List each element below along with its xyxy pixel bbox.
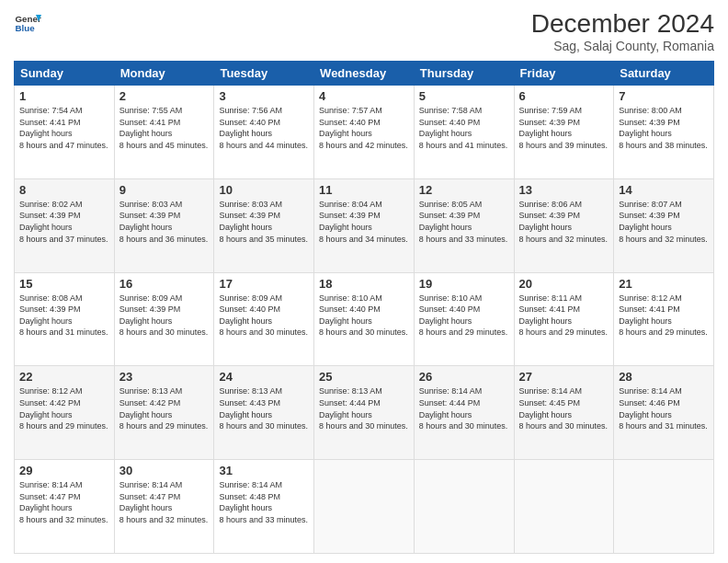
table-row: 12 Sunrise: 8:05 AMSunset: 4:39 PMDaylig… — [414, 178, 514, 272]
day-number: 18 — [319, 277, 409, 291]
day-number: 8 — [19, 183, 109, 197]
table-row: 30 Sunrise: 8:14 AMSunset: 4:47 PMDaylig… — [114, 460, 214, 554]
day-info: Sunrise: 8:13 AMSunset: 4:42 PMDaylight … — [119, 386, 209, 431]
col-tuesday: Tuesday — [214, 62, 314, 86]
table-row: 18 Sunrise: 8:10 AMSunset: 4:40 PMDaylig… — [314, 272, 415, 366]
day-number: 12 — [419, 183, 509, 197]
col-saturday: Saturday — [614, 62, 714, 86]
day-info: Sunrise: 8:14 AMSunset: 4:46 PMDaylight … — [619, 386, 708, 431]
day-number: 26 — [419, 370, 509, 384]
calendar-table: Sunday Monday Tuesday Wednesday Thursday… — [14, 61, 714, 554]
day-info: Sunrise: 8:02 AMSunset: 4:39 PMDaylight … — [19, 200, 108, 244]
table-row: 23 Sunrise: 8:13 AMSunset: 4:42 PMDaylig… — [114, 366, 214, 460]
day-info: Sunrise: 8:14 AMSunset: 4:44 PMDaylight … — [419, 386, 508, 431]
day-number: 16 — [119, 277, 210, 291]
day-number: 5 — [419, 89, 509, 103]
day-info: Sunrise: 8:06 AMSunset: 4:39 PMDaylight … — [519, 200, 609, 244]
day-info: Sunrise: 8:13 AMSunset: 4:44 PMDaylight … — [319, 386, 408, 431]
col-monday: Monday — [114, 62, 214, 86]
table-row: 26 Sunrise: 8:14 AMSunset: 4:44 PMDaylig… — [414, 366, 514, 460]
day-number: 29 — [19, 464, 109, 477]
col-thursday: Thursday — [414, 62, 514, 86]
col-sunday: Sunday — [15, 62, 115, 86]
table-row: 10 Sunrise: 8:03 AMSunset: 4:39 PMDaylig… — [214, 178, 314, 272]
day-number: 24 — [219, 370, 309, 384]
day-number: 19 — [419, 277, 509, 291]
logo-icon: General Blue — [14, 9, 41, 37]
day-info: Sunrise: 8:14 AMSunset: 4:47 PMDaylight … — [19, 480, 108, 524]
day-number: 10 — [219, 183, 309, 197]
calendar-header-row: Sunday Monday Tuesday Wednesday Thursday… — [15, 62, 714, 86]
day-info: Sunrise: 7:55 AMSunset: 4:41 PMDaylight … — [119, 106, 209, 150]
day-number: 20 — [519, 277, 609, 291]
table-row: 1 Sunrise: 7:54 AMSunset: 4:41 PMDayligh… — [15, 86, 115, 179]
day-info: Sunrise: 8:05 AMSunset: 4:39 PMDaylight … — [419, 200, 508, 244]
day-number: 15 — [19, 277, 109, 291]
day-info: Sunrise: 8:08 AMSunset: 4:39 PMDaylight … — [19, 293, 108, 338]
day-number: 2 — [119, 89, 210, 103]
col-friday: Friday — [514, 62, 614, 86]
day-info: Sunrise: 8:03 AMSunset: 4:39 PMDaylight … — [119, 200, 209, 244]
day-number: 28 — [619, 370, 709, 384]
table-row: 24 Sunrise: 8:13 AMSunset: 4:43 PMDaylig… — [214, 366, 314, 460]
day-info: Sunrise: 8:10 AMSunset: 4:40 PMDaylight … — [319, 293, 408, 338]
day-number: 7 — [619, 89, 709, 103]
table-row: 19 Sunrise: 8:10 AMSunset: 4:40 PMDaylig… — [414, 272, 514, 366]
page: General Blue December 2024 Sag, Salaj Co… — [0, 0, 728, 563]
day-info: Sunrise: 8:00 AMSunset: 4:39 PMDaylight … — [619, 106, 708, 150]
calendar-week-3: 15 Sunrise: 8:08 AMSunset: 4:39 PMDaylig… — [15, 272, 714, 366]
table-row: 22 Sunrise: 8:12 AMSunset: 4:42 PMDaylig… — [15, 366, 115, 460]
day-number: 3 — [219, 89, 309, 103]
day-number: 23 — [119, 370, 210, 384]
day-number: 11 — [319, 183, 409, 197]
table-row: 29 Sunrise: 8:14 AMSunset: 4:47 PMDaylig… — [15, 460, 115, 554]
title-block: December 2024 Sag, Salaj County, Romania — [531, 9, 714, 53]
day-info: Sunrise: 8:10 AMSunset: 4:40 PMDaylight … — [419, 293, 508, 338]
day-number: 17 — [219, 277, 309, 291]
table-row: 7 Sunrise: 8:00 AMSunset: 4:39 PMDayligh… — [614, 86, 714, 179]
logo: General Blue — [14, 9, 41, 37]
day-info: Sunrise: 8:12 AMSunset: 4:41 PMDaylight … — [619, 293, 708, 338]
table-row — [514, 460, 614, 554]
day-number: 13 — [519, 183, 609, 197]
day-number: 1 — [19, 89, 109, 103]
table-row — [414, 460, 514, 554]
day-number: 14 — [619, 183, 709, 197]
table-row: 6 Sunrise: 7:59 AMSunset: 4:39 PMDayligh… — [514, 86, 614, 179]
table-row — [314, 460, 415, 554]
day-info: Sunrise: 8:09 AMSunset: 4:40 PMDaylight … — [219, 293, 308, 338]
day-info: Sunrise: 7:58 AMSunset: 4:40 PMDaylight … — [419, 106, 508, 150]
day-info: Sunrise: 8:09 AMSunset: 4:39 PMDaylight … — [119, 293, 209, 338]
day-number: 30 — [119, 464, 210, 477]
day-info: Sunrise: 8:14 AMSunset: 4:47 PMDaylight … — [119, 480, 209, 524]
day-info: Sunrise: 8:04 AMSunset: 4:39 PMDaylight … — [319, 200, 408, 244]
day-number: 27 — [519, 370, 609, 384]
table-row: 31 Sunrise: 8:14 AMSunset: 4:48 PMDaylig… — [214, 460, 314, 554]
day-number: 21 — [619, 277, 709, 291]
day-info: Sunrise: 8:13 AMSunset: 4:43 PMDaylight … — [219, 386, 308, 431]
table-row: 8 Sunrise: 8:02 AMSunset: 4:39 PMDayligh… — [15, 178, 115, 272]
calendar-week-1: 1 Sunrise: 7:54 AMSunset: 4:41 PMDayligh… — [15, 86, 714, 179]
calendar-week-4: 22 Sunrise: 8:12 AMSunset: 4:42 PMDaylig… — [15, 366, 714, 460]
table-row: 4 Sunrise: 7:57 AMSunset: 4:40 PMDayligh… — [314, 86, 415, 179]
table-row: 11 Sunrise: 8:04 AMSunset: 4:39 PMDaylig… — [314, 178, 415, 272]
table-row: 21 Sunrise: 8:12 AMSunset: 4:41 PMDaylig… — [614, 272, 714, 366]
svg-text:Blue: Blue — [16, 23, 36, 33]
day-info: Sunrise: 8:03 AMSunset: 4:39 PMDaylight … — [219, 200, 308, 244]
day-number: 22 — [19, 370, 109, 384]
table-row: 25 Sunrise: 8:13 AMSunset: 4:44 PMDaylig… — [314, 366, 415, 460]
day-info: Sunrise: 7:54 AMSunset: 4:41 PMDaylight … — [19, 106, 108, 150]
table-row — [614, 460, 714, 554]
table-row: 20 Sunrise: 8:11 AMSunset: 4:41 PMDaylig… — [514, 272, 614, 366]
table-row: 15 Sunrise: 8:08 AMSunset: 4:39 PMDaylig… — [15, 272, 115, 366]
table-row: 17 Sunrise: 8:09 AMSunset: 4:40 PMDaylig… — [214, 272, 314, 366]
day-info: Sunrise: 8:11 AMSunset: 4:41 PMDaylight … — [519, 293, 609, 338]
day-info: Sunrise: 8:07 AMSunset: 4:39 PMDaylight … — [619, 200, 708, 244]
day-info: Sunrise: 7:57 AMSunset: 4:40 PMDaylight … — [319, 106, 408, 150]
table-row: 9 Sunrise: 8:03 AMSunset: 4:39 PMDayligh… — [114, 178, 214, 272]
table-row: 3 Sunrise: 7:56 AMSunset: 4:40 PMDayligh… — [214, 86, 314, 179]
table-row: 2 Sunrise: 7:55 AMSunset: 4:41 PMDayligh… — [114, 86, 214, 179]
day-number: 31 — [219, 464, 309, 477]
day-info: Sunrise: 8:14 AMSunset: 4:48 PMDaylight … — [219, 480, 308, 524]
day-info: Sunrise: 8:14 AMSunset: 4:45 PMDaylight … — [519, 386, 609, 431]
